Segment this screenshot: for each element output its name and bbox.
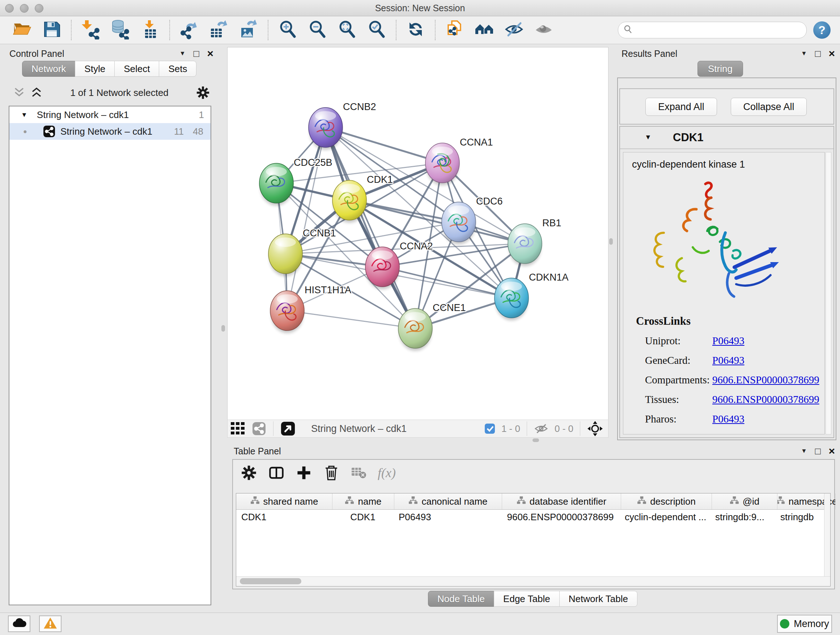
grid-view-icon[interactable] bbox=[231, 422, 245, 435]
search-field[interactable] bbox=[618, 22, 807, 38]
panel-float-icon[interactable]: □ bbox=[194, 49, 199, 58]
new-network-from-selection-button[interactable] bbox=[444, 19, 466, 41]
table-settings-gear-icon[interactable] bbox=[240, 464, 257, 481]
panel-close-icon[interactable]: × bbox=[829, 446, 835, 456]
column-header-database-identifier[interactable]: database identifier bbox=[502, 494, 621, 509]
expand-all-button[interactable]: Expand All bbox=[645, 98, 717, 116]
zoom-in-button[interactable] bbox=[277, 19, 298, 41]
crosslink-link[interactable]: P06493 bbox=[712, 335, 745, 347]
crosshair-icon[interactable] bbox=[587, 421, 603, 437]
panel-float-icon[interactable]: □ bbox=[815, 49, 821, 58]
zoom-out-button[interactable] bbox=[306, 19, 328, 41]
hidden-eye-slash-icon[interactable] bbox=[534, 423, 548, 435]
show-columns-icon[interactable] bbox=[268, 464, 285, 481]
panel-menu-caret-icon[interactable]: ▼ bbox=[801, 50, 807, 57]
refresh-button[interactable] bbox=[405, 19, 426, 41]
import-network-file-button[interactable] bbox=[80, 19, 102, 41]
panel-float-icon[interactable]: □ bbox=[815, 447, 821, 456]
search-icon bbox=[623, 25, 633, 35]
collapse-all-button[interactable]: Collapse All bbox=[731, 98, 807, 116]
table-horizontal-scrollbar[interactable] bbox=[236, 576, 830, 586]
import-network-database-button[interactable] bbox=[110, 19, 131, 41]
network-row-selected[interactable]: ● String Network – cdk1 11 48 bbox=[9, 123, 210, 140]
help-button[interactable]: ? bbox=[813, 21, 831, 39]
table-vertical-scrollbar[interactable] bbox=[824, 494, 830, 577]
panel-close-icon[interactable]: × bbox=[207, 48, 213, 59]
zoom-selected-button[interactable] bbox=[366, 19, 387, 41]
scrollbar-thumb[interactable] bbox=[240, 578, 302, 584]
show-all-button[interactable] bbox=[533, 19, 554, 41]
warnings-button[interactable] bbox=[39, 616, 62, 632]
open-session-button[interactable] bbox=[11, 19, 33, 41]
hide-show-button[interactable] bbox=[503, 19, 525, 41]
network-node-RB1[interactable]: RB1 bbox=[508, 218, 561, 266]
column-header-label: shared name bbox=[264, 496, 318, 507]
delete-column-trash-icon[interactable] bbox=[323, 464, 340, 481]
node-details-header[interactable]: ▼ CDK1 bbox=[620, 127, 834, 149]
save-session-button[interactable] bbox=[41, 19, 63, 41]
tab-network[interactable]: Network bbox=[22, 61, 75, 77]
network-tree: ▼ String Network – cdk1 1 ● String Netwo… bbox=[9, 106, 211, 605]
right-splitter-handle[interactable] bbox=[609, 238, 613, 245]
left-splitter-handle[interactable] bbox=[221, 325, 225, 332]
panel-menu-caret-icon[interactable]: ▼ bbox=[180, 50, 186, 57]
network-collection-row[interactable]: ▼ String Network – cdk1 1 bbox=[9, 106, 210, 123]
network-options-gear-icon[interactable] bbox=[196, 86, 210, 100]
search-input[interactable] bbox=[636, 25, 801, 35]
export-table-button[interactable] bbox=[208, 19, 230, 41]
cloud-button[interactable] bbox=[8, 616, 30, 632]
crosslink-link[interactable]: P06493 bbox=[712, 413, 745, 425]
crosslink-link[interactable]: 9606.ENSP00000378699 bbox=[712, 394, 819, 405]
expand-all-icon[interactable] bbox=[30, 87, 43, 98]
network-edge bbox=[287, 127, 325, 310]
export-image-button[interactable] bbox=[238, 19, 259, 41]
function-builder-icon[interactable]: f(x) bbox=[378, 465, 396, 480]
collapse-all-icon[interactable] bbox=[13, 87, 25, 98]
network-canvas[interactable]: CCNB2CCNA1CDC25BCDK1CDC6RB1CCNB1CCNA2CDK… bbox=[227, 48, 608, 420]
network-edge bbox=[287, 310, 415, 328]
table-row[interactable]: CDK1CDK1P064939606.ENSP00000378699cyclin… bbox=[236, 510, 830, 524]
column-header-shared-name[interactable]: shared name bbox=[236, 494, 332, 509]
tab-node-table[interactable]: Node Table bbox=[428, 591, 494, 607]
zoom-fit-button[interactable] bbox=[336, 19, 358, 41]
network-node-CCNE1[interactable]: CCNE1 bbox=[398, 302, 466, 351]
control-panel-tabs: NetworkStyleSelectSets bbox=[22, 61, 196, 77]
delete-table-icon[interactable] bbox=[350, 464, 368, 481]
network-view[interactable]: CCNB2CCNA1CDC25BCDK1CDC6RB1CCNB1CCNA2CDK… bbox=[227, 47, 608, 420]
memory-button[interactable]: Memory bbox=[777, 615, 832, 633]
network-list-icon[interactable] bbox=[252, 421, 266, 436]
selected-checkbox-icon[interactable] bbox=[485, 423, 495, 434]
nested-networks-button[interactable] bbox=[474, 19, 495, 41]
column-header-label: database identifier bbox=[530, 496, 606, 507]
results-scrollbar[interactable] bbox=[826, 152, 831, 434]
crosslink-link[interactable]: 9606.ENSP00000378699 bbox=[712, 374, 819, 386]
column-header-label: description bbox=[650, 496, 696, 507]
column-header--id[interactable]: @id bbox=[712, 494, 777, 509]
tab-style[interactable]: Style bbox=[75, 61, 115, 77]
network-node-CDC6[interactable]: CDC6 bbox=[442, 196, 503, 244]
tree-expander-icon[interactable]: ▼ bbox=[21, 111, 27, 119]
import-table-button[interactable] bbox=[139, 19, 161, 41]
panel-menu-caret-icon[interactable]: ▼ bbox=[801, 448, 807, 455]
column-header-canonical-name[interactable]: canonical name bbox=[394, 494, 502, 509]
memory-label: Memory bbox=[794, 618, 829, 630]
add-column-icon[interactable] bbox=[295, 464, 313, 481]
panel-close-icon[interactable]: × bbox=[829, 48, 835, 59]
tab-edge-table[interactable]: Edge Table bbox=[494, 591, 560, 607]
network-node-CDKN1A[interactable]: CDKN1A bbox=[494, 272, 569, 320]
column-header-description[interactable]: description bbox=[621, 494, 712, 509]
entry-expander-icon[interactable]: ▼ bbox=[645, 133, 652, 141]
birdseye-view-icon[interactable] bbox=[280, 421, 295, 436]
window-title: Session: New Session bbox=[0, 0, 840, 16]
tab-network-table[interactable]: Network Table bbox=[559, 591, 638, 607]
tab-sets[interactable]: Sets bbox=[159, 61, 196, 77]
toolbar-separator bbox=[71, 20, 72, 40]
bottom-splitter-handle[interactable] bbox=[532, 439, 539, 442]
tab-string[interactable]: String bbox=[698, 61, 743, 77]
network-node-HIST1H1A[interactable]: HIST1H1A bbox=[270, 285, 351, 333]
network-node-CDK1[interactable]: CDK1 bbox=[332, 174, 393, 223]
export-network-button[interactable] bbox=[178, 19, 200, 41]
crosslink-link[interactable]: P06493 bbox=[712, 355, 745, 366]
tab-select[interactable]: Select bbox=[114, 61, 159, 77]
column-header-name[interactable]: name bbox=[332, 494, 394, 509]
